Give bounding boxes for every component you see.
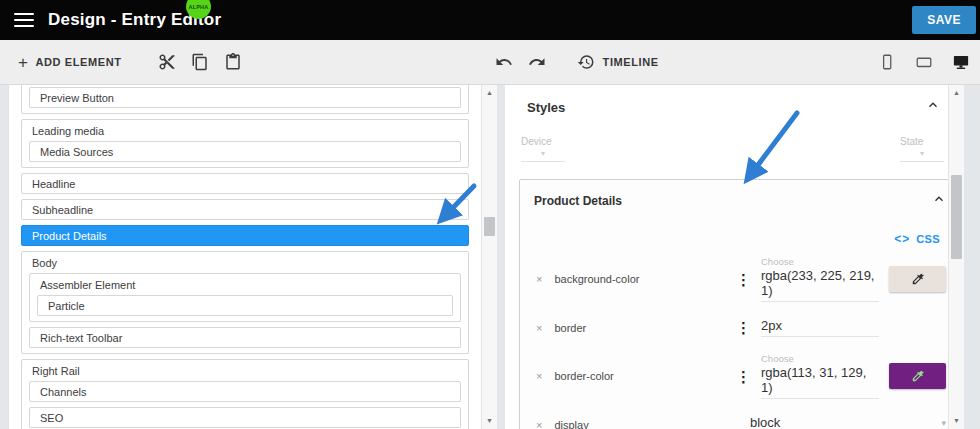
styles-panel-title: Styles — [527, 100, 565, 115]
left-panel-scrollbar[interactable]: ▲ ▼ — [481, 85, 497, 429]
border-value-field[interactable]: 2px — [761, 318, 879, 337]
paste-icon[interactable] — [224, 53, 243, 72]
more-options-icon[interactable]: ⋮ — [736, 320, 751, 335]
app-header: Design - Entry Editor ALPHA SAVE — [0, 0, 980, 40]
layout-outline-panel: Preview Button Leading media Media Sourc… — [8, 85, 497, 429]
undo-icon[interactable] — [495, 53, 514, 72]
editor-toolbar: + ADD ELEMENT — [0, 40, 980, 85]
remove-property-icon[interactable]: × — [536, 419, 542, 429]
plus-icon: + — [18, 54, 29, 71]
display-select[interactable]: block ▾ — [750, 415, 946, 429]
tablet-preview-icon[interactable] — [914, 53, 933, 72]
add-element-button[interactable]: + ADD ELEMENT — [10, 48, 130, 77]
outline-item-product-details[interactable]: Product Details — [21, 225, 469, 246]
css-label: CSS — [916, 233, 940, 245]
history-icon — [577, 53, 596, 72]
color-value-field[interactable]: Choose rgba(113, 31, 129, 1) — [761, 353, 879, 399]
scrollbar-thumb[interactable] — [951, 175, 962, 259]
group-label: Leading media — [32, 125, 458, 137]
remove-property-icon[interactable]: × — [536, 370, 542, 382]
chevron-down-icon: ▾ — [920, 149, 924, 158]
outline-item-subheadline[interactable]: Subheadline — [21, 199, 469, 220]
scroll-down-icon[interactable]: ▼ — [482, 415, 497, 427]
property-name: display — [554, 419, 588, 429]
add-element-label: ADD ELEMENT — [36, 56, 122, 68]
color-picker-button[interactable] — [889, 266, 946, 292]
outline-item-seo[interactable]: SEO — [29, 407, 461, 428]
outline-item-headline[interactable]: Headline — [21, 173, 469, 194]
outline-item-particle[interactable]: Particle — [37, 295, 453, 316]
outline-item-channels[interactable]: Channels — [29, 381, 461, 402]
styles-panel: Styles Device ▾ State ▾ Product Details — [505, 85, 964, 429]
state-label: State — [900, 136, 944, 147]
more-options-icon[interactable]: ⋮ — [736, 272, 751, 287]
outline-group-right-rail[interactable]: Right Rail Channels SEO — [21, 359, 469, 429]
remove-property-icon[interactable]: × — [536, 273, 542, 285]
chevron-down-icon: ▾ — [941, 418, 946, 428]
code-brackets-icon: <> — [894, 232, 910, 246]
timeline-button[interactable]: TIMELINE — [569, 47, 667, 78]
scroll-up-icon[interactable]: ▲ — [949, 87, 964, 99]
style-property-row: × display block ▾ — [520, 407, 960, 429]
outline-item-media-sources[interactable]: Media Sources — [29, 141, 461, 162]
color-picker-button[interactable] — [889, 363, 946, 389]
property-name: background-color — [554, 273, 639, 285]
more-options-icon[interactable]: ⋮ — [736, 369, 751, 384]
copy-icon[interactable] — [191, 53, 210, 72]
choose-label: Choose — [761, 256, 879, 267]
group-label: Assembler Element — [40, 279, 450, 291]
collapse-styles-icon[interactable] — [926, 98, 940, 116]
outline-group-leading-media[interactable]: Leading media Media Sources — [21, 119, 469, 168]
save-button[interactable]: SAVE — [912, 6, 976, 34]
redo-icon[interactable] — [528, 53, 547, 72]
device-label: Device — [521, 136, 565, 147]
outline-group-top: Preview Button — [21, 85, 469, 114]
device-select[interactable]: Device ▾ — [521, 136, 565, 162]
color-value-field[interactable]: Choose rgba(233, 225, 219, 1) — [761, 256, 879, 302]
style-section-title: Product Details — [534, 194, 622, 208]
scroll-up-icon[interactable]: ▲ — [482, 87, 497, 99]
eyedropper-icon — [911, 369, 925, 383]
outline-item-rich-text-toolbar[interactable]: Rich-text Toolbar — [29, 327, 461, 348]
entry-editor-window: Design - Entry Editor ALPHA SAVE + ADD E… — [0, 0, 980, 429]
css-link[interactable]: <> CSS — [894, 232, 940, 246]
border-value[interactable]: 2px — [761, 318, 879, 337]
style-property-row: × background-color ⋮ Choose rgba(233, 22… — [520, 248, 960, 310]
outline-group-body[interactable]: Body Assembler Element Particle Rich-tex… — [21, 251, 469, 354]
hamburger-menu-icon[interactable] — [14, 13, 34, 27]
outline-item-preview-button[interactable]: Preview Button — [29, 87, 461, 108]
state-select[interactable]: State ▾ — [900, 136, 944, 162]
right-panel-scrollbar[interactable]: ▲ ▼ — [948, 85, 964, 429]
property-name: border — [554, 322, 586, 334]
choose-label: Choose — [761, 353, 879, 364]
desktop-preview-icon[interactable] — [951, 53, 970, 72]
chevron-down-icon: ▾ — [541, 149, 545, 158]
style-property-row: × border ⋮ 2px — [520, 310, 960, 345]
remove-property-icon[interactable]: × — [536, 322, 542, 334]
color-value[interactable]: rgba(113, 31, 129, 1) — [761, 365, 879, 399]
eyedropper-icon — [911, 272, 925, 286]
outline-group-assembler-element[interactable]: Assembler Element Particle — [29, 273, 461, 322]
collapse-section-icon[interactable] — [932, 192, 946, 210]
display-value: block — [750, 415, 780, 429]
property-name: border-color — [554, 370, 613, 382]
group-label: Body — [32, 257, 458, 269]
style-property-row: × border-color ⋮ Choose rgba(113, 31, 12… — [520, 345, 960, 407]
cut-icon[interactable] — [158, 53, 177, 72]
timeline-label: TIMELINE — [603, 56, 659, 68]
scroll-down-icon[interactable]: ▼ — [949, 415, 964, 427]
group-label: Right Rail — [32, 365, 458, 377]
color-value[interactable]: rgba(233, 225, 219, 1) — [761, 268, 879, 302]
product-details-style-section: Product Details <> CSS × background-colo… — [519, 179, 961, 429]
scrollbar-thumb[interactable] — [484, 217, 495, 236]
phone-preview-icon[interactable] — [877, 53, 896, 72]
